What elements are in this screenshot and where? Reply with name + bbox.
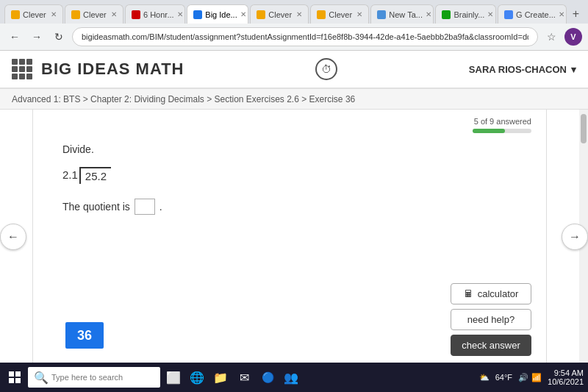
question-instruction: Divide. bbox=[62, 143, 517, 155]
tab-clever-3[interactable]: Clever ✕ bbox=[250, 4, 309, 24]
dividend-value: 25.2 bbox=[79, 167, 111, 184]
check-answer-button[interactable]: check answer bbox=[451, 335, 531, 356]
breadcrumb: Advanced 1: BTS > Chapter 2: Dividing De… bbox=[0, 89, 588, 110]
tab-bigideas[interactable]: Big Ide... ✕ bbox=[187, 4, 248, 24]
new-tab-button[interactable]: + bbox=[568, 4, 584, 24]
svg-rect-1 bbox=[15, 371, 21, 377]
network-icon[interactable]: 📶 bbox=[531, 373, 542, 382]
windows-start-icon[interactable] bbox=[4, 367, 25, 388]
tab-favicon bbox=[377, 10, 386, 19]
svg-rect-3 bbox=[15, 378, 21, 383]
taskbar-edge-icon[interactable]: 🌐 bbox=[187, 367, 207, 388]
progress-bar-fill bbox=[473, 129, 505, 133]
address-input[interactable] bbox=[72, 27, 538, 46]
check-answer-label: check answer bbox=[462, 340, 520, 351]
header-left: BIG IDEAS MATH bbox=[12, 59, 184, 79]
user-name: SARA RIOS-CHACON bbox=[469, 64, 567, 75]
bookmark-icon[interactable]: ☆ bbox=[542, 28, 560, 46]
tab-favicon bbox=[193, 10, 202, 19]
header-center: ⏱ bbox=[315, 58, 337, 80]
exercise-number-badge: 36 bbox=[65, 322, 104, 349]
tab-close-icon[interactable]: ✕ bbox=[177, 10, 183, 18]
divisor-value: 2.1 bbox=[62, 167, 78, 181]
tab-label: New Ta... bbox=[389, 10, 423, 19]
taskbar-teams-icon[interactable]: 👥 bbox=[281, 367, 301, 388]
tab-close-icon[interactable]: ✕ bbox=[426, 10, 431, 18]
svg-rect-2 bbox=[9, 378, 14, 383]
tab-close-icon[interactable]: ✕ bbox=[296, 10, 302, 18]
taskbar-mail-icon[interactable]: ✉ bbox=[234, 367, 254, 388]
progress-text: 5 of 9 answered bbox=[474, 117, 531, 126]
taskbar-sys-icons: 🔊 📶 bbox=[518, 373, 542, 382]
taskbar-right: ⛅ 64°F 🔊 📶 9:54 AM 10/6/2021 bbox=[479, 368, 584, 386]
progress-area: 5 of 9 answered bbox=[33, 110, 546, 136]
tab-close-icon[interactable]: ✕ bbox=[487, 10, 493, 18]
tab-favicon bbox=[504, 10, 513, 19]
need-help-label: need help? bbox=[467, 314, 514, 325]
tab-close-icon[interactable]: ✕ bbox=[51, 10, 57, 18]
app-title: BIG IDEAS MATH bbox=[41, 60, 184, 79]
tab-favicon bbox=[317, 10, 326, 19]
tab-brainly[interactable]: Brainly... ✕ bbox=[435, 4, 496, 24]
grid-menu-icon[interactable] bbox=[12, 59, 32, 79]
next-exercise-button[interactable]: → bbox=[562, 224, 588, 250]
previous-exercise-button[interactable]: ← bbox=[0, 224, 26, 250]
tab-favicon bbox=[11, 10, 20, 19]
quotient-prefix: The quotient is bbox=[62, 201, 130, 213]
back-button[interactable]: ← bbox=[6, 28, 24, 46]
forward-button[interactable]: → bbox=[28, 28, 46, 46]
taskbar-search-icon: 🔍 bbox=[34, 371, 49, 385]
taskbar-time-display: 9:54 AM bbox=[548, 368, 584, 377]
bottom-buttons: 🖩 calculator need help? check answer bbox=[451, 283, 531, 356]
tab-close-icon[interactable]: ✕ bbox=[111, 10, 117, 18]
progress-info: 5 of 9 answered bbox=[473, 117, 531, 133]
taskbar-task-view-icon[interactable]: ⬜ bbox=[163, 367, 184, 388]
app-header: BIG IDEAS MATH ⏱ SARA RIOS-CHACON ▾ bbox=[0, 51, 588, 89]
taskbar-temperature: 64°F bbox=[495, 373, 512, 382]
tab-label: Brainly... bbox=[453, 10, 484, 19]
content-panel: 5 of 9 answered Divide. 2.1 25.2 The quo… bbox=[32, 110, 547, 363]
tab-close-icon[interactable]: ✕ bbox=[240, 10, 246, 18]
division-problem: 2.1 25.2 bbox=[62, 167, 517, 184]
tab-clever-1[interactable]: Clever ✕ bbox=[4, 4, 63, 24]
address-bar-row: ← → ↻ ☆ V bbox=[0, 24, 588, 50]
volume-icon[interactable]: 🔊 bbox=[518, 373, 528, 382]
user-menu-chevron: ▾ bbox=[571, 64, 576, 75]
quotient-row: The quotient is . bbox=[62, 199, 517, 215]
taskbar: 🔍 ⬜ 🌐 📁 ✉ 🔵 👥 ⛅ 64°F 🔊 📶 9:54 AM 10/6/20… bbox=[0, 363, 588, 392]
tab-label: Clever bbox=[23, 10, 46, 19]
calculator-icon: 🖩 bbox=[464, 288, 473, 299]
calculator-label: calculator bbox=[478, 288, 519, 299]
period-punctuation: . bbox=[159, 201, 162, 213]
reload-button[interactable]: ↻ bbox=[50, 28, 68, 46]
tab-newtab[interactable]: New Ta... ✕ bbox=[370, 4, 434, 24]
tab-clever-4[interactable]: Clever ✕ bbox=[310, 4, 369, 24]
taskbar-chrome-icon[interactable]: 🔵 bbox=[257, 367, 278, 388]
tab-label: 6 Honr... bbox=[143, 10, 174, 19]
answer-input[interactable] bbox=[135, 199, 155, 215]
taskbar-explorer-icon[interactable]: 📁 bbox=[210, 367, 231, 388]
main-area: ← 5 of 9 answered Divide. 2.1 25.2 The q… bbox=[0, 110, 588, 363]
progress-bar-background bbox=[473, 129, 531, 133]
calculator-button[interactable]: 🖩 calculator bbox=[451, 283, 531, 304]
tab-close-icon[interactable]: ✕ bbox=[559, 10, 564, 18]
tab-clever-2[interactable]: Clever ✕ bbox=[65, 4, 123, 24]
tab-honors[interactable]: 6 Honr... ✕ bbox=[125, 4, 185, 24]
taskbar-date-display: 10/6/2021 bbox=[548, 377, 584, 386]
taskbar-search-input[interactable] bbox=[51, 373, 154, 382]
need-help-button[interactable]: need help? bbox=[451, 309, 531, 330]
tab-label: Clever bbox=[268, 10, 292, 19]
tab-favicon bbox=[132, 10, 140, 19]
tab-bar: Clever ✕ Clever ✕ 6 Honr... ✕ Big Ide...… bbox=[0, 0, 588, 24]
profile-icon[interactable]: V bbox=[564, 28, 582, 46]
tab-label: Clever bbox=[329, 10, 352, 19]
tab-close-icon[interactable]: ✕ bbox=[356, 10, 362, 18]
timer-icon: ⏱ bbox=[315, 58, 337, 80]
scrollbar-thumb[interactable] bbox=[581, 114, 587, 143]
dividend-container: 25.2 bbox=[79, 167, 111, 184]
user-menu[interactable]: SARA RIOS-CHACON ▾ bbox=[469, 64, 576, 75]
tab-label: G Create... bbox=[516, 10, 556, 19]
tab-label: Big Ide... bbox=[205, 10, 237, 19]
tab-google[interactable]: G Create... ✕ bbox=[498, 4, 567, 24]
taskbar-search-box[interactable]: 🔍 bbox=[28, 367, 160, 388]
